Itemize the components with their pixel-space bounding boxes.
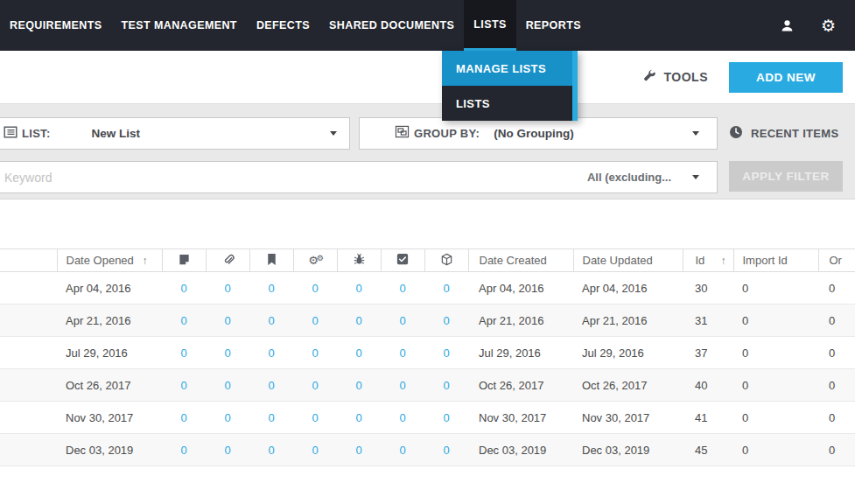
column-header-items[interactable] [424,249,468,272]
table-row[interactable]: Apr 21, 2016 0 0 0 0 0 0 0 Apr 21, 2016 … [0,304,855,337]
bookmarks-count-link[interactable]: 0 [268,411,274,424]
date-opened-cell: Nov 30, 2017 [57,402,162,434]
keyword-input[interactable] [4,171,577,185]
check-square-icon [396,255,409,268]
user-icon[interactable] [780,18,795,33]
lists-dropdown-menu: MANAGE LISTS LISTS [442,51,578,121]
tasks-count-link[interactable]: 0 [399,379,405,392]
notes-count-link[interactable]: 0 [180,314,186,327]
scope-select-value[interactable]: All (excluding... [587,171,671,184]
items-count-link[interactable]: 0 [443,379,449,392]
items-count-link[interactable]: 0 [443,444,449,457]
menu-item-lists[interactable]: LISTS [442,86,572,121]
column-header-date-updated[interactable]: Date Updated [573,249,683,272]
nav-item-defects[interactable]: DEFECTS [247,0,319,51]
apply-filter-button[interactable]: APPLY FILTER [729,161,843,192]
nav-item-requirements[interactable]: REQUIREMENTS [0,0,112,51]
tasks-count-link[interactable]: 0 [399,346,405,360]
or-cell: 0 [818,402,855,434]
column-header-date-opened[interactable]: Date Opened ↑ [57,249,162,272]
nav-item-test-management[interactable]: TEST MANAGEMENT [112,0,247,51]
attachments-count-link[interactable]: 0 [224,282,230,295]
items-count-link[interactable]: 0 [443,282,449,295]
column-header-bookmarks[interactable] [249,249,293,272]
attachments-count-link[interactable]: 0 [224,314,230,327]
attachments-count-link[interactable]: 0 [224,444,230,457]
attachments-count-link[interactable]: 0 [224,411,230,424]
gear-icon[interactable]: ⚙ [821,18,836,34]
list-selector[interactable]: LIST: New List [0,117,350,150]
column-header-tasks[interactable] [381,249,424,272]
attachments-count-link[interactable]: 0 [224,346,230,360]
menu-item-manage-lists[interactable]: MANAGE LISTS [442,51,572,86]
items-count-link[interactable]: 0 [443,346,449,360]
date-created-cell: Apr 04, 2016 [468,272,573,304]
app-window: REQUIREMENTS TEST MANAGEMENT DEFECTS SHA… [0,0,855,504]
date-updated-cell: Jul 29, 2016 [573,337,683,369]
column-header-date-created[interactable]: Date Created [468,249,573,272]
defects-count-link[interactable]: 0 [355,444,361,457]
top-nav: REQUIREMENTS TEST MANAGEMENT DEFECTS SHA… [0,0,855,51]
bookmarks-count-link[interactable]: 0 [268,346,274,360]
filter-band: LIST: New List GROUP BY: (No Grouping) R… [0,103,855,200]
recent-items-button[interactable]: RECENT ITEMS [729,117,844,150]
notes-count-link[interactable]: 0 [180,282,186,295]
defects-count-link[interactable]: 0 [355,282,361,295]
column-header-attachments[interactable] [206,249,249,272]
bookmarks-count-link[interactable]: 0 [268,444,274,457]
table-row[interactable]: Oct 26, 2017 0 0 0 0 0 0 0 Oct 26, 2017 … [0,369,855,402]
tasks-count-link[interactable]: 0 [399,411,405,424]
bookmark-icon [266,256,277,269]
bookmarks-count-link[interactable]: 0 [268,282,274,295]
nav-item-reports[interactable]: REPORTS [516,0,591,51]
nav-item-lists[interactable]: LISTS [464,0,515,51]
items-count-link[interactable]: 0 [443,411,449,424]
automations-count-link[interactable]: 0 [312,282,318,295]
bookmarks-count-link[interactable]: 0 [268,314,274,327]
group-by-selector[interactable]: GROUP BY: (No Grouping) [359,117,718,150]
nav-item-shared-documents[interactable]: SHARED DOCUMENTS [319,0,464,51]
add-new-button[interactable]: ADD NEW [729,62,843,93]
table-row[interactable]: Dec 03, 2019 0 0 0 0 0 0 0 Dec 03, 2019 … [0,434,855,466]
id-cell: 45 [683,434,733,466]
notes-count-link[interactable]: 0 [180,444,186,457]
attachments-count-link[interactable]: 0 [224,379,230,392]
tools-button[interactable]: TOOLS [643,69,708,85]
table-row[interactable]: Apr 04, 2016 0 0 0 0 0 0 0 Apr 04, 2016 … [0,272,855,304]
date-created-cell: Oct 26, 2017 [468,369,573,402]
group-icon [395,125,410,142]
notes-count-link[interactable]: 0 [180,379,186,392]
notes-count-link[interactable]: 0 [180,411,186,424]
table-row[interactable]: Jul 29, 2016 0 0 0 0 0 0 0 Jul 29, 2016 … [0,337,855,369]
tasks-count-link[interactable]: 0 [399,314,405,327]
date-updated-cell: Dec 03, 2019 [573,434,683,466]
defects-count-link[interactable]: 0 [355,411,361,424]
automations-count-link[interactable]: 0 [312,444,318,457]
automations-count-link[interactable]: 0 [312,314,318,327]
tasks-count-link[interactable]: 0 [399,444,405,457]
column-header-automations[interactable]: ⚙⚙ [293,249,337,272]
defects-count-link[interactable]: 0 [355,346,361,360]
column-header-notes[interactable] [162,249,206,272]
bookmarks-count-link[interactable]: 0 [268,379,274,392]
column-header-id[interactable]: Id ↑ [683,249,733,272]
column-header-or[interactable]: Or [818,249,855,272]
id-cell: 30 [683,272,733,304]
defects-count-link[interactable]: 0 [355,379,361,392]
items-count-link[interactable]: 0 [443,314,449,327]
automations-count-link[interactable]: 0 [312,379,318,392]
automations-count-link[interactable]: 0 [312,346,318,360]
table-row[interactable]: Nov 30, 2017 0 0 0 0 0 0 0 Nov 30, 2017 … [0,402,855,434]
tasks-count-link[interactable]: 0 [399,282,405,295]
date-opened-cell: Jul 29, 2016 [57,337,162,369]
column-header-import-id[interactable]: Import Id [733,249,818,272]
chevron-down-icon [692,131,699,136]
group-by-label: GROUP BY: [414,127,480,140]
automations-count-link[interactable]: 0 [312,411,318,424]
chevron-down-icon[interactable] [692,175,699,179]
date-created-cell: Dec 03, 2019 [468,434,573,466]
column-header-defects[interactable] [337,249,381,272]
defects-count-link[interactable]: 0 [355,314,361,327]
notes-count-link[interactable]: 0 [180,346,186,360]
nav-right-icons: ⚙ [780,0,855,51]
